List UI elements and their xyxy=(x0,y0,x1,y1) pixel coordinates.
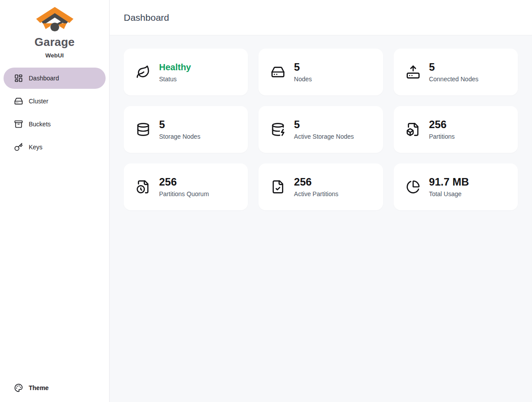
file-clock-icon xyxy=(136,180,150,194)
stat-value: 5 xyxy=(159,118,200,131)
logo: Garage WebUI xyxy=(4,0,106,59)
stat-card-partitions: 256 Partitions xyxy=(394,106,518,153)
logo-title: Garage xyxy=(4,35,106,49)
leaf-icon xyxy=(136,65,150,79)
sidebar-item-cluster[interactable]: Cluster xyxy=(4,91,106,112)
stat-card-connected-nodes: 5 Connected Nodes xyxy=(394,49,518,95)
key-icon xyxy=(14,143,23,152)
stat-value: 256 xyxy=(429,118,455,131)
stat-value: 256 xyxy=(159,175,209,189)
stat-label: Status xyxy=(159,75,191,83)
stat-label: Storage Nodes xyxy=(159,133,200,141)
stat-card-total-usage: 91.7 MB Total Usage xyxy=(394,163,518,210)
stat-label: Total Usage xyxy=(429,190,469,198)
theme-label: Theme xyxy=(29,384,49,391)
stat-value: 5 xyxy=(429,61,479,74)
hard-drive-upload-icon xyxy=(406,65,420,79)
database-icon xyxy=(136,122,150,137)
file-box-icon xyxy=(406,122,420,137)
stat-label: Connected Nodes xyxy=(429,75,479,83)
stat-label: Partitions Quorum xyxy=(159,190,209,198)
theme-button[interactable]: Theme xyxy=(4,377,106,398)
stat-label: Active Storage Nodes xyxy=(294,133,353,141)
logo-subtitle: WebUI xyxy=(4,52,106,59)
layout-dashboard-icon xyxy=(14,74,23,83)
stat-card-storage-nodes: 5 Storage Nodes xyxy=(124,106,248,153)
stat-value: 256 xyxy=(294,175,338,189)
stat-value: 5 xyxy=(294,118,353,131)
sidebar-nav: Dashboard Cluster Buckets Keys xyxy=(4,68,106,158)
stat-card-active-partitions: 256 Active Partitions xyxy=(258,163,383,210)
sidebar-item-label: Buckets xyxy=(29,121,51,128)
stat-card-status: Healthy Status xyxy=(124,49,248,95)
palette-icon xyxy=(14,383,23,392)
stat-card-active-storage-nodes: 5 Active Storage Nodes xyxy=(258,106,383,153)
sidebar-item-dashboard[interactable]: Dashboard xyxy=(4,68,106,89)
stat-label: Partitions xyxy=(429,133,455,141)
stats-grid: Healthy Status 5 Nodes xyxy=(124,49,518,210)
stat-card-partitions-quorum: 256 Partitions Quorum xyxy=(124,163,248,210)
stat-label: Nodes xyxy=(294,75,312,83)
database-zap-icon xyxy=(271,122,285,137)
page-title: Dashboard xyxy=(124,12,169,23)
file-check-icon xyxy=(271,180,285,194)
dashboard-content: Healthy Status 5 Nodes xyxy=(110,35,532,402)
garage-logo-icon xyxy=(34,6,75,34)
sidebar-item-keys[interactable]: Keys xyxy=(4,137,106,158)
page-header: Dashboard xyxy=(110,0,532,35)
stat-label: Active Partitions xyxy=(294,190,338,198)
hard-drive-icon xyxy=(14,97,23,106)
sidebar-item-label: Dashboard xyxy=(29,75,59,82)
archive-icon xyxy=(14,120,23,129)
chart-pie-icon xyxy=(406,180,420,194)
sidebar-item-buckets[interactable]: Buckets xyxy=(4,114,106,135)
stat-value: Healthy xyxy=(159,61,191,74)
sidebar-item-label: Cluster xyxy=(29,98,48,105)
sidebar-item-label: Keys xyxy=(29,144,42,151)
main-area: Dashboard Healthy Status xyxy=(110,0,532,402)
stat-value: 5 xyxy=(294,61,312,74)
sidebar: Garage WebUI Dashboard Cluster Buckets xyxy=(0,0,110,402)
stat-value: 91.7 MB xyxy=(429,175,469,189)
hard-drive-icon xyxy=(271,65,285,79)
stat-card-nodes: 5 Nodes xyxy=(258,49,383,95)
sidebar-footer: Theme xyxy=(4,377,106,402)
